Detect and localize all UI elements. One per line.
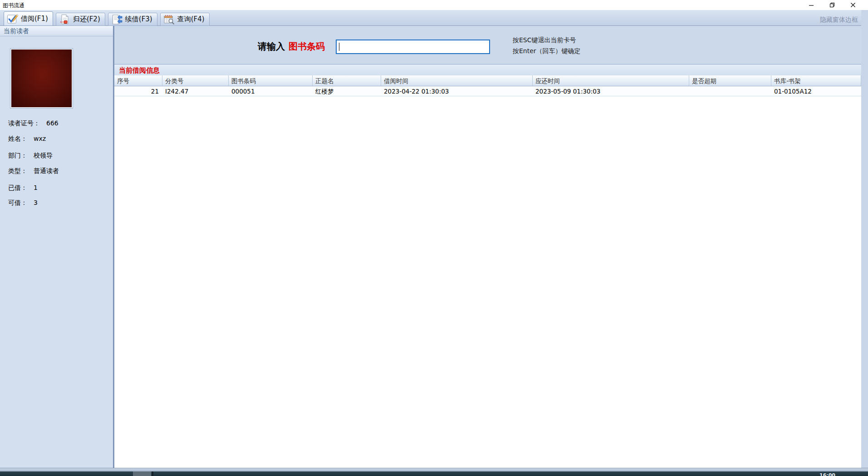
hint-enter: 按Enter（回车）键确定 xyxy=(513,47,581,55)
table-header-cell[interactable]: 分类号 xyxy=(162,75,229,86)
close-button[interactable] xyxy=(843,0,863,10)
reader-field-department: 部门：校领导 xyxy=(8,152,53,160)
reader-field-card-no: 读者证号：666 xyxy=(8,119,59,128)
app-window: 图书流通 借阅(F1) xyxy=(0,0,868,476)
main-panel: 请输入 图书条码 按ESC键退出当前卡号 按Enter（回车）键确定 当前借阅信… xyxy=(114,26,861,468)
sidebar-header: 当前读者 xyxy=(0,26,113,36)
taskbar-item[interactable] xyxy=(133,471,151,476)
table-cell-barcode: 000051 xyxy=(229,86,313,96)
tab-return[interactable]: 归还(F2) xyxy=(56,13,105,26)
query-icon xyxy=(163,14,175,25)
window-controls xyxy=(801,0,863,10)
tab-borrow[interactable]: 借阅(F1) xyxy=(4,11,53,26)
window-bottom-frame xyxy=(0,468,868,471)
table-header-cell[interactable]: 借阅时间 xyxy=(381,75,533,86)
tab-label: 归还(F2) xyxy=(73,15,100,24)
minimize-icon xyxy=(809,2,814,8)
tab-strip: 借阅(F1) 归还(F2) xyxy=(4,11,210,26)
field-label: 读者证号： xyxy=(8,119,40,127)
minimize-button[interactable] xyxy=(801,0,822,10)
table-header-cell[interactable]: 图书条码 xyxy=(229,75,313,86)
field-value: 普通读者 xyxy=(34,167,59,174)
tab-label: 续借(F3) xyxy=(125,15,152,24)
prompt-prefix: 请输入 xyxy=(258,40,285,53)
taskbar-clock[interactable]: 16:00 xyxy=(819,472,835,476)
field-label: 姓名： xyxy=(8,135,27,142)
return-icon xyxy=(59,14,71,25)
table-cell-class-no: I242.47 xyxy=(162,86,229,96)
tab-renew[interactable]: 续借(F3) xyxy=(108,13,157,26)
reader-field-borrowed: 已借：1 xyxy=(8,184,38,192)
reader-photo xyxy=(10,49,73,108)
barcode-prompt-section: 请输入 图书条码 按ESC键退出当前卡号 按Enter（回车）键确定 xyxy=(114,26,861,64)
field-value: 校领导 xyxy=(34,152,53,159)
restore-icon xyxy=(829,2,835,8)
table-cell-borrow-time: 2023-04-22 01:30:03 xyxy=(381,86,533,96)
field-value: 1 xyxy=(34,184,38,191)
barcode-input[interactable] xyxy=(336,40,490,54)
table-body-area xyxy=(114,97,861,468)
table-cell-overdue xyxy=(689,86,771,96)
window-title: 图书流通 xyxy=(3,2,25,10)
restore-button[interactable] xyxy=(822,0,843,10)
table-header-cell[interactable]: 序号 xyxy=(114,75,162,86)
hide-window-border-button[interactable]: 隐藏窗体边框 xyxy=(820,16,858,24)
taskbar: 16:00 xyxy=(0,471,868,476)
window-right-frame xyxy=(861,10,868,471)
table-row[interactable]: 21 I242.47 000051 红楼梦 2023-04-22 01:30:0… xyxy=(114,86,861,96)
prompt-highlight: 图书条码 xyxy=(289,40,325,53)
field-value: wxz xyxy=(34,135,46,142)
table-cell-seq: 21 xyxy=(114,86,162,96)
tab-query[interactable]: 查询(F4) xyxy=(160,13,210,26)
table-cell-title: 红楼梦 xyxy=(313,86,381,96)
field-label: 可借： xyxy=(8,199,27,206)
field-label: 已借： xyxy=(8,184,27,191)
field-value: 666 xyxy=(46,119,59,127)
table-header-cell[interactable]: 正题名 xyxy=(313,75,381,86)
table-header-cell[interactable]: 书库-书架 xyxy=(771,75,861,86)
table-header-cell[interactable]: 应还时间 xyxy=(533,75,689,86)
table-header-cell[interactable]: 是否超期 xyxy=(689,75,771,86)
field-value: 3 xyxy=(34,199,38,206)
reader-field-type: 类型：普通读者 xyxy=(8,167,59,175)
table-header-row: 序号 分类号 图书条码 正题名 借阅时间 应还时间 是否超期 书库-书架 xyxy=(114,75,861,86)
field-label: 类型： xyxy=(8,167,27,174)
borrow-info-strip: 当前借阅信息 xyxy=(114,64,861,75)
tab-label: 查询(F4) xyxy=(177,15,205,24)
reader-field-available: 可借：3 xyxy=(8,199,38,207)
text-caret xyxy=(339,43,339,51)
hint-esc: 按ESC键退出当前卡号 xyxy=(513,36,576,45)
close-icon xyxy=(850,2,856,8)
tab-label: 借阅(F1) xyxy=(21,15,48,23)
table-cell-shelf: 01-0105A12 xyxy=(771,86,861,96)
taskbar-separator xyxy=(152,471,153,476)
renew-icon xyxy=(111,14,123,25)
field-label: 部门： xyxy=(8,152,27,159)
reader-field-name: 姓名：wxz xyxy=(8,135,46,143)
sidebar: 当前读者 读者证号：666 姓名：wxz 部门：校领导 类型：普通读者 已借：1… xyxy=(0,26,113,468)
table-cell-due-time: 2023-05-09 01:30:03 xyxy=(533,86,689,96)
borrow-table: 序号 分类号 图书条码 正题名 借阅时间 应还时间 是否超期 书库-书架 21 … xyxy=(114,75,861,96)
tab-bar: 借阅(F1) 归还(F2) xyxy=(0,10,868,26)
title-bar: 图书流通 xyxy=(0,0,868,10)
borrow-info-title: 当前借阅信息 xyxy=(119,66,160,75)
borrow-icon xyxy=(7,13,19,24)
